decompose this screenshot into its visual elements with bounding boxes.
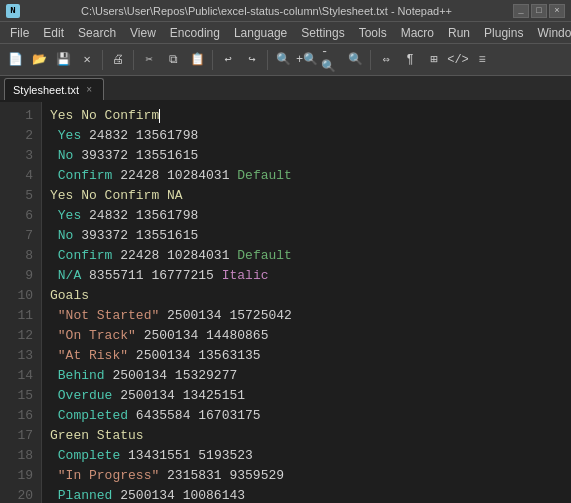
menu-run[interactable]: Run	[442, 24, 476, 42]
line-num-8: 8	[0, 246, 41, 266]
code-line-15: Overdue 2500134 13425151	[50, 386, 563, 406]
minimize-button[interactable]: _	[513, 4, 529, 18]
zoom-in-button[interactable]: +🔍	[296, 49, 318, 71]
line-num-18: 18	[0, 446, 41, 466]
code-line-17: Green Status	[50, 426, 563, 446]
line-num-14: 14	[0, 366, 41, 386]
line-num-19: 19	[0, 466, 41, 486]
code-line-9: N/A 8355711 16777215 Italic	[50, 266, 563, 286]
code-line-10: Goals	[50, 286, 563, 306]
tab-bar: Stylesheet.txt ×	[0, 76, 571, 102]
line-num-4: 4	[0, 166, 41, 186]
tab-stylesheet[interactable]: Stylesheet.txt ×	[4, 78, 104, 100]
separator-1	[102, 50, 103, 70]
copy-button[interactable]: ⧉	[162, 49, 184, 71]
line-num-2: 2	[0, 126, 41, 146]
code-line-19: "In Progress" 2315831 9359529	[50, 466, 563, 486]
code-line-8: Confirm 22428 10284031 Default	[50, 246, 563, 266]
menu-search[interactable]: Search	[72, 24, 122, 42]
line-num-3: 3	[0, 146, 41, 166]
app-icon: N	[6, 4, 20, 18]
menu-language[interactable]: Language	[228, 24, 293, 42]
menu-macro[interactable]: Macro	[395, 24, 440, 42]
redo-button[interactable]: ↪	[241, 49, 263, 71]
menu-view[interactable]: View	[124, 24, 162, 42]
menu-tools[interactable]: Tools	[353, 24, 393, 42]
window-title: C:\Users\User\Repos\Public\excel-status-…	[24, 5, 509, 17]
line-num-11: 11	[0, 306, 41, 326]
line-num-12: 12	[0, 326, 41, 346]
editor: 1 2 3 4 5 6 7 8 9 10 11 12 13 14 15 16 1…	[0, 102, 571, 503]
line-num-9: 9	[0, 266, 41, 286]
line-num-6: 6	[0, 206, 41, 226]
code-line-4: Confirm 22428 10284031 Default	[50, 166, 563, 186]
code-line-14: Behind 2500134 15329277	[50, 366, 563, 386]
code-line-13: "At Risk" 2500134 13563135	[50, 346, 563, 366]
code-line-2: Yes 24832 13561798	[50, 126, 563, 146]
line-numbers: 1 2 3 4 5 6 7 8 9 10 11 12 13 14 15 16 1…	[0, 102, 42, 503]
zoom-out-button[interactable]: -🔍	[320, 49, 342, 71]
code-line-11: "Not Started" 2500134 15725042	[50, 306, 563, 326]
separator-2	[133, 50, 134, 70]
code-line-1: Yes No Confirm	[50, 106, 563, 126]
save-button[interactable]: 💾	[52, 49, 74, 71]
maximize-button[interactable]: □	[531, 4, 547, 18]
code-line-3: No 393372 13551615	[50, 146, 563, 166]
menu-plugins[interactable]: Plugins	[478, 24, 529, 42]
line-num-7: 7	[0, 226, 41, 246]
line-num-15: 15	[0, 386, 41, 406]
code-line-18: Complete 13431551 5193523	[50, 446, 563, 466]
line-num-16: 16	[0, 406, 41, 426]
line-num-17: 17	[0, 426, 41, 446]
tab-label: Stylesheet.txt	[13, 84, 79, 96]
wrap-button[interactable]: ⇔	[375, 49, 397, 71]
toolbar: 📄 📂 💾 ✕ 🖨 ✂ ⧉ 📋 ↩ ↪ 🔍 +🔍 -🔍 🔍 ⇔ ¶ ⊞ </> …	[0, 44, 571, 76]
code-line-7: No 393372 13551615	[50, 226, 563, 246]
code-line-16: Completed 6435584 16703175	[50, 406, 563, 426]
paste-button[interactable]: 📋	[186, 49, 208, 71]
menu-bar: File Edit Search View Encoding Language …	[0, 22, 571, 44]
new-button[interactable]: 📄	[4, 49, 26, 71]
layout-button[interactable]: ≡	[471, 49, 493, 71]
menu-window[interactable]: Window	[531, 24, 571, 42]
close-button[interactable]: ×	[549, 4, 565, 18]
separator-3	[212, 50, 213, 70]
code-line-6: Yes 24832 13561798	[50, 206, 563, 226]
menu-edit[interactable]: Edit	[37, 24, 70, 42]
window-controls: _ □ ×	[513, 4, 565, 18]
close-doc-button[interactable]: ✕	[76, 49, 98, 71]
find-button[interactable]: 🔍	[272, 49, 294, 71]
undo-button[interactable]: ↩	[217, 49, 239, 71]
code-line-5: Yes No Confirm NA	[50, 186, 563, 206]
menu-encoding[interactable]: Encoding	[164, 24, 226, 42]
line-num-10: 10	[0, 286, 41, 306]
menu-settings[interactable]: Settings	[295, 24, 350, 42]
zoom-reset-button[interactable]: 🔍	[344, 49, 366, 71]
indent-button[interactable]: ⊞	[423, 49, 445, 71]
code-line-12: "On Track" 2500134 14480865	[50, 326, 563, 346]
open-button[interactable]: 📂	[28, 49, 50, 71]
code-line-20: Planned 2500134 10086143	[50, 486, 563, 503]
pilcrow-button[interactable]: ¶	[399, 49, 421, 71]
cut-button[interactable]: ✂	[138, 49, 160, 71]
code-area[interactable]: Yes No Confirm Yes 24832 13561798 No 393…	[42, 102, 571, 503]
separator-4	[267, 50, 268, 70]
line-num-1: 1	[0, 106, 41, 126]
menu-file[interactable]: File	[4, 24, 35, 42]
html-button[interactable]: </>	[447, 49, 469, 71]
line-num-13: 13	[0, 346, 41, 366]
tab-close-button[interactable]: ×	[83, 84, 95, 96]
line-num-5: 5	[0, 186, 41, 206]
line-num-20: 20	[0, 486, 41, 503]
print-button[interactable]: 🖨	[107, 49, 129, 71]
separator-5	[370, 50, 371, 70]
title-bar: N C:\Users\User\Repos\Public\excel-statu…	[0, 0, 571, 22]
